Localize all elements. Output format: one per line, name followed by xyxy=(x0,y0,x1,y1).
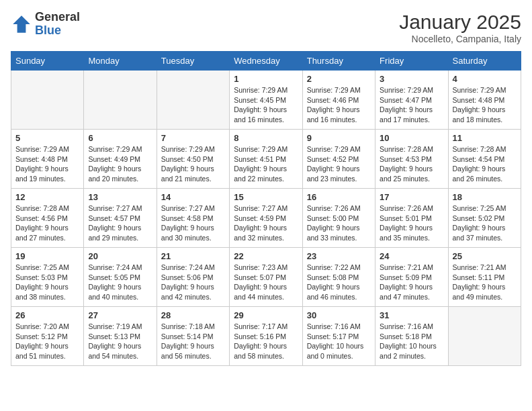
day-info: Sunrise: 7:26 AMSunset: 5:00 PMDaylight:… xyxy=(307,203,371,243)
calendar-cell: 18Sunrise: 7:25 AMSunset: 5:02 PMDayligh… xyxy=(448,189,521,248)
day-number: 10 xyxy=(380,133,443,143)
day-info: Sunrise: 7:25 AMSunset: 5:02 PMDaylight:… xyxy=(453,203,517,243)
calendar-cell: 7Sunrise: 7:29 AMSunset: 4:50 PMDaylight… xyxy=(157,130,229,189)
day-number: 12 xyxy=(15,192,79,202)
day-number: 17 xyxy=(380,192,443,202)
calendar-cell xyxy=(84,71,157,130)
day-number: 16 xyxy=(307,192,371,202)
calendar-cell: 31Sunrise: 7:16 AMSunset: 5:18 PMDayligh… xyxy=(375,307,448,366)
calendar-cell: 30Sunrise: 7:16 AMSunset: 5:17 PMDayligh… xyxy=(302,307,375,366)
calendar-cell: 2Sunrise: 7:29 AMSunset: 4:46 PMDaylight… xyxy=(302,71,375,130)
calendar-cell xyxy=(11,71,84,130)
calendar-cell: 21Sunrise: 7:24 AMSunset: 5:06 PMDayligh… xyxy=(157,248,229,307)
day-number: 31 xyxy=(380,310,443,320)
calendar-cell: 27Sunrise: 7:19 AMSunset: 5:13 PMDayligh… xyxy=(84,307,157,366)
day-number: 4 xyxy=(453,74,517,84)
day-number: 2 xyxy=(307,74,371,84)
calendar-cell: 5Sunrise: 7:29 AMSunset: 4:48 PMDaylight… xyxy=(11,130,84,189)
day-number: 1 xyxy=(234,74,298,84)
day-number: 14 xyxy=(161,192,225,202)
day-number: 15 xyxy=(234,192,298,202)
calendar-week-row: 19Sunrise: 7:25 AMSunset: 5:03 PMDayligh… xyxy=(11,248,521,307)
day-info: Sunrise: 7:25 AMSunset: 5:03 PMDaylight:… xyxy=(15,263,79,302)
weekday-header: Friday xyxy=(375,52,448,71)
day-info: Sunrise: 7:24 AMSunset: 5:05 PMDaylight:… xyxy=(88,263,152,302)
day-number: 19 xyxy=(15,251,79,261)
day-info: Sunrise: 7:16 AMSunset: 5:17 PMDaylight:… xyxy=(307,322,371,361)
day-number: 30 xyxy=(307,310,371,320)
calendar-cell: 10Sunrise: 7:28 AMSunset: 4:53 PMDayligh… xyxy=(375,130,448,189)
day-number: 13 xyxy=(88,192,152,202)
day-info: Sunrise: 7:24 AMSunset: 5:06 PMDaylight:… xyxy=(161,263,225,302)
day-number: 23 xyxy=(307,251,371,261)
calendar-cell: 23Sunrise: 7:22 AMSunset: 5:08 PMDayligh… xyxy=(302,248,375,307)
day-number: 20 xyxy=(88,251,152,261)
day-info: Sunrise: 7:29 AMSunset: 4:46 PMDaylight:… xyxy=(307,85,371,125)
page-header: General Blue January 2025 Nocelleto, Cam… xyxy=(11,11,521,44)
calendar-cell: 4Sunrise: 7:29 AMSunset: 4:48 PMDaylight… xyxy=(448,71,521,130)
day-info: Sunrise: 7:29 AMSunset: 4:48 PMDaylight:… xyxy=(15,144,79,184)
calendar-week-row: 12Sunrise: 7:28 AMSunset: 4:56 PMDayligh… xyxy=(11,189,521,248)
day-info: Sunrise: 7:16 AMSunset: 5:18 PMDaylight:… xyxy=(380,322,443,361)
calendar-cell: 1Sunrise: 7:29 AMSunset: 4:45 PMDaylight… xyxy=(230,71,302,130)
day-number: 24 xyxy=(380,251,443,261)
day-info: Sunrise: 7:27 AMSunset: 4:57 PMDaylight:… xyxy=(88,203,152,243)
day-info: Sunrise: 7:28 AMSunset: 4:54 PMDaylight:… xyxy=(453,144,517,184)
day-number: 28 xyxy=(161,310,225,320)
calendar-week-row: 5Sunrise: 7:29 AMSunset: 4:48 PMDaylight… xyxy=(11,130,521,189)
day-info: Sunrise: 7:21 AMSunset: 5:09 PMDaylight:… xyxy=(380,263,443,302)
month-title: January 2025 xyxy=(399,11,521,34)
day-number: 9 xyxy=(307,133,371,143)
day-info: Sunrise: 7:28 AMSunset: 4:53 PMDaylight:… xyxy=(380,144,443,184)
day-number: 18 xyxy=(453,192,517,202)
calendar-cell: 8Sunrise: 7:29 AMSunset: 4:51 PMDaylight… xyxy=(230,130,302,189)
day-info: Sunrise: 7:23 AMSunset: 5:07 PMDaylight:… xyxy=(234,263,298,302)
day-number: 5 xyxy=(15,133,79,143)
day-info: Sunrise: 7:29 AMSunset: 4:50 PMDaylight:… xyxy=(161,144,225,184)
logo: General Blue xyxy=(11,11,80,38)
calendar-cell: 20Sunrise: 7:24 AMSunset: 5:05 PMDayligh… xyxy=(84,248,157,307)
calendar-cell: 12Sunrise: 7:28 AMSunset: 4:56 PMDayligh… xyxy=(11,189,84,248)
day-info: Sunrise: 7:29 AMSunset: 4:45 PMDaylight:… xyxy=(234,85,298,125)
calendar-cell: 29Sunrise: 7:17 AMSunset: 5:16 PMDayligh… xyxy=(230,307,302,366)
day-info: Sunrise: 7:17 AMSunset: 5:16 PMDaylight:… xyxy=(234,322,298,361)
day-number: 7 xyxy=(161,133,225,143)
calendar-cell: 9Sunrise: 7:29 AMSunset: 4:52 PMDaylight… xyxy=(302,130,375,189)
weekday-header: Thursday xyxy=(302,52,375,71)
day-info: Sunrise: 7:22 AMSunset: 5:08 PMDaylight:… xyxy=(307,263,371,302)
day-number: 3 xyxy=(380,74,443,84)
weekday-header: Monday xyxy=(84,52,157,71)
day-number: 22 xyxy=(234,251,298,261)
calendar-cell: 16Sunrise: 7:26 AMSunset: 5:00 PMDayligh… xyxy=(302,189,375,248)
day-info: Sunrise: 7:20 AMSunset: 5:12 PMDaylight:… xyxy=(15,322,79,361)
day-number: 11 xyxy=(453,133,517,143)
calendar-cell: 13Sunrise: 7:27 AMSunset: 4:57 PMDayligh… xyxy=(84,189,157,248)
weekday-header: Wednesday xyxy=(230,52,302,71)
day-number: 27 xyxy=(88,310,152,320)
weekday-header: Sunday xyxy=(11,52,84,71)
day-info: Sunrise: 7:21 AMSunset: 5:11 PMDaylight:… xyxy=(453,263,517,302)
calendar-cell: 15Sunrise: 7:27 AMSunset: 4:59 PMDayligh… xyxy=(230,189,302,248)
logo-text: General Blue xyxy=(35,11,80,38)
weekday-header: Saturday xyxy=(448,52,521,71)
day-info: Sunrise: 7:28 AMSunset: 4:56 PMDaylight:… xyxy=(15,203,79,243)
svg-marker-0 xyxy=(13,15,30,33)
calendar-week-row: 26Sunrise: 7:20 AMSunset: 5:12 PMDayligh… xyxy=(11,307,521,366)
day-info: Sunrise: 7:29 AMSunset: 4:52 PMDaylight:… xyxy=(307,144,371,184)
day-number: 29 xyxy=(234,310,298,320)
day-info: Sunrise: 7:29 AMSunset: 4:51 PMDaylight:… xyxy=(234,144,298,184)
day-info: Sunrise: 7:29 AMSunset: 4:49 PMDaylight:… xyxy=(88,144,152,184)
calendar-week-row: 1Sunrise: 7:29 AMSunset: 4:45 PMDaylight… xyxy=(11,71,521,130)
calendar-cell xyxy=(157,71,229,130)
day-info: Sunrise: 7:27 AMSunset: 4:58 PMDaylight:… xyxy=(161,203,225,243)
calendar-cell: 17Sunrise: 7:26 AMSunset: 5:01 PMDayligh… xyxy=(375,189,448,248)
calendar-cell: 26Sunrise: 7:20 AMSunset: 5:12 PMDayligh… xyxy=(11,307,84,366)
day-number: 21 xyxy=(161,251,225,261)
day-info: Sunrise: 7:29 AMSunset: 4:48 PMDaylight:… xyxy=(453,85,517,125)
calendar-cell: 19Sunrise: 7:25 AMSunset: 5:03 PMDayligh… xyxy=(11,248,84,307)
calendar-cell: 6Sunrise: 7:29 AMSunset: 4:49 PMDaylight… xyxy=(84,130,157,189)
day-info: Sunrise: 7:29 AMSunset: 4:47 PMDaylight:… xyxy=(380,85,443,125)
calendar-cell: 3Sunrise: 7:29 AMSunset: 4:47 PMDaylight… xyxy=(375,71,448,130)
calendar-body: 1Sunrise: 7:29 AMSunset: 4:45 PMDaylight… xyxy=(11,71,521,366)
logo-general: General xyxy=(35,11,80,24)
